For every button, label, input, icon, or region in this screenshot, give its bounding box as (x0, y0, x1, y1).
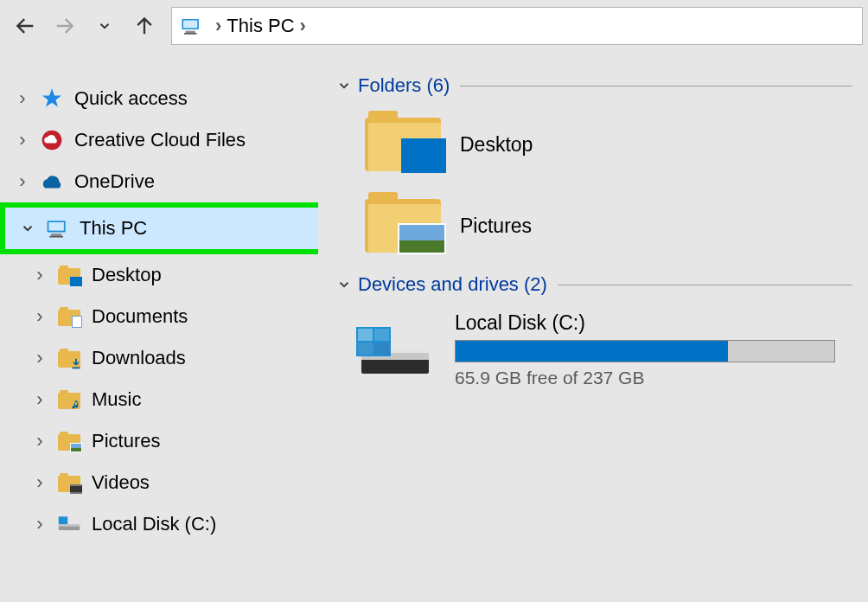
navigation-pane: › Quick access › Creative Cloud Files › … (0, 52, 318, 602)
nav-local-disk[interactable]: › Local Disk (C:) (0, 503, 318, 545)
up-button[interactable] (124, 6, 164, 46)
folder-pictures[interactable]: Pictures (365, 192, 852, 259)
folder-desktop[interactable]: Desktop (365, 111, 852, 178)
svg-rect-17 (374, 329, 389, 341)
nav-documents[interactable]: › Documents (0, 296, 318, 337)
drive-icon (356, 322, 436, 379)
svg-rect-3 (184, 33, 197, 35)
this-pc-icon (43, 215, 71, 242)
nav-label: Music (92, 388, 141, 411)
drive-free-text: 65.9 GB free of 237 GB (455, 368, 852, 388)
content-pane: Folders (6) Desktop Pictures Devices and… (318, 52, 868, 602)
folder-pictures-icon (55, 427, 83, 455)
svg-rect-16 (358, 329, 373, 341)
storage-bar-fill (456, 341, 728, 362)
folder-label: Desktop (460, 133, 533, 157)
breadcrumb-item[interactable]: This PC (227, 15, 294, 37)
svg-rect-18 (358, 343, 373, 355)
expand-icon[interactable]: › (29, 513, 50, 535)
folder-videos-icon (55, 469, 83, 496)
expand-icon[interactable]: › (29, 347, 50, 369)
section-title: Devices and drives (2) (358, 273, 547, 296)
breadcrumb-separator[interactable]: › (300, 15, 306, 37)
nav-label: Pictures (92, 430, 160, 452)
folder-documents-icon (55, 303, 83, 330)
divider (558, 285, 852, 285)
nav-label: Downloads (92, 347, 186, 369)
creative-cloud-icon (38, 126, 66, 154)
nav-label: Desktop (92, 264, 162, 286)
svg-rect-1 (183, 21, 197, 29)
section-title: Folders (6) (358, 74, 450, 97)
svg-rect-6 (48, 222, 64, 231)
svg-rect-2 (186, 31, 195, 33)
expand-icon[interactable]: › (29, 430, 50, 452)
breadcrumb-separator: › (215, 15, 221, 37)
drive-local-disk[interactable]: Local Disk (C:) 65.9 GB free of 237 GB (356, 311, 852, 388)
nav-creative-cloud[interactable]: › Creative Cloud Files (0, 119, 318, 161)
expand-icon[interactable]: › (29, 305, 50, 328)
nav-this-pc[interactable]: This PC (5, 208, 318, 249)
expand-icon[interactable]: › (12, 87, 33, 110)
nav-label: Creative Cloud Files (74, 129, 246, 151)
chevron-down-icon (97, 18, 112, 34)
section-drives-header[interactable]: Devices and drives (2) (334, 273, 852, 296)
nav-label: Quick access (74, 87, 188, 110)
nav-downloads[interactable]: › Downloads (0, 337, 318, 379)
section-folders-header[interactable]: Folders (6) (334, 74, 852, 97)
expand-icon[interactable]: › (29, 388, 50, 411)
svg-rect-19 (374, 343, 389, 355)
expand-icon[interactable]: › (12, 170, 33, 193)
folder-label: Pictures (460, 215, 532, 238)
folder-desktop-icon (55, 261, 83, 289)
nav-label: Videos (92, 471, 150, 494)
recent-locations-button[interactable] (85, 6, 124, 46)
back-button[interactable] (5, 6, 45, 46)
forward-button[interactable] (45, 6, 85, 46)
nav-label: Local Disk (C:) (92, 513, 216, 535)
drive-icon (55, 510, 83, 538)
expand-icon[interactable]: › (29, 471, 50, 494)
folder-pictures-icon (365, 192, 443, 259)
folder-downloads-icon (55, 344, 83, 372)
onedrive-icon (38, 168, 66, 195)
star-icon (38, 85, 66, 112)
expand-icon[interactable]: › (12, 129, 33, 151)
folder-desktop-icon (365, 111, 443, 178)
chevron-down-icon (334, 277, 354, 292)
svg-rect-11 (59, 516, 68, 524)
folder-music-icon (55, 386, 83, 413)
nav-label: This PC (80, 217, 147, 240)
nav-music[interactable]: › Music (0, 379, 318, 420)
nav-pictures[interactable]: › Pictures (0, 420, 318, 462)
nav-videos[interactable]: › Videos (0, 462, 318, 503)
arrow-up-icon (132, 14, 156, 38)
nav-label: OneDrive (74, 170, 155, 193)
navigation-toolbar: › This PC › (0, 0, 868, 52)
storage-bar (455, 340, 835, 362)
nav-label: Documents (92, 305, 188, 328)
chevron-down-icon (334, 78, 354, 93)
nav-desktop[interactable]: › Desktop (0, 254, 318, 296)
svg-rect-7 (51, 234, 61, 236)
arrow-left-icon (13, 14, 37, 38)
nav-onedrive[interactable]: › OneDrive (0, 161, 318, 202)
svg-rect-10 (59, 524, 80, 527)
expand-icon[interactable]: › (29, 264, 50, 286)
divider (460, 86, 852, 86)
nav-quick-access[interactable]: › Quick access (0, 78, 318, 119)
arrow-right-icon (53, 14, 77, 38)
this-pc-icon (179, 14, 203, 38)
svg-rect-8 (49, 236, 63, 238)
drive-name: Local Disk (C:) (455, 311, 852, 335)
collapse-icon[interactable] (17, 221, 38, 236)
address-bar[interactable]: › This PC › (171, 7, 863, 45)
